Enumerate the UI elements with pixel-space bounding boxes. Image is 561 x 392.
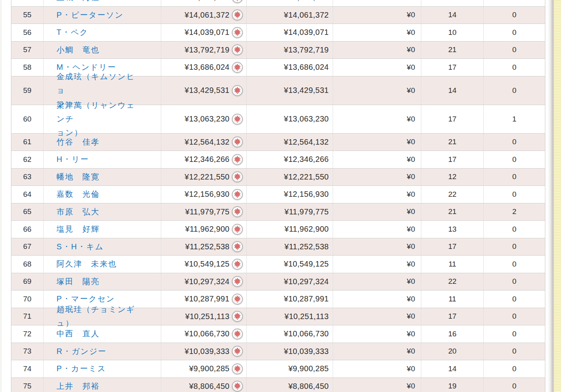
- wins-count: 0: [512, 63, 517, 72]
- prize-money-secondary-cell: ¥13,792,719: [247, 42, 333, 59]
- events-count-cell: 14: [421, 360, 484, 377]
- wins-count-cell: 0: [484, 7, 545, 24]
- player-name-cell: 竹谷 佳孝: [44, 134, 161, 151]
- prize-amount-secondary: ¥10,251,113: [284, 312, 329, 321]
- wins-count: 0: [512, 382, 517, 390]
- prize-money-secondary-cell: ¥12,156,930: [247, 186, 333, 203]
- adjustment-amount-cell: ¥0: [333, 59, 421, 76]
- player-name-link[interactable]: 塩見 好輝: [56, 222, 100, 236]
- events-count-cell: 11: [421, 256, 484, 273]
- player-name-link[interactable]: 嘉数 光倫: [56, 187, 100, 201]
- player-name-cell: 阿久津 未来也: [44, 256, 161, 273]
- events-count: 21: [448, 207, 456, 216]
- rank-value: 74: [23, 365, 31, 373]
- prize-money-cell: ¥14,061,372: [161, 7, 247, 24]
- player-name-link[interactable]: P・カーミス: [56, 362, 106, 376]
- prize-money-cell: ¥10,297,324: [161, 273, 247, 290]
- player-name-link[interactable]: 小鯛 竜也: [56, 43, 100, 57]
- vertical-scrollbar[interactable]: [548, 0, 554, 392]
- prize-money-cell: ¥14,166,321: [161, 0, 247, 6]
- rank-value: 57: [23, 45, 31, 54]
- events-count: 22: [448, 277, 456, 286]
- rank-value: 67: [23, 242, 31, 251]
- events-count: 17: [448, 242, 456, 251]
- wins-count: 0: [512, 190, 517, 199]
- player-name-link[interactable]: 竹谷 佳孝: [56, 135, 100, 149]
- player-name-link[interactable]: 市原 弘大: [56, 205, 100, 219]
- wins-count: 0: [512, 295, 517, 303]
- prize-amount: ¥13,686,024: [184, 63, 230, 72]
- player-name-link[interactable]: 上井 邦裕: [56, 379, 100, 392]
- prize-amount: ¥10,066,730: [184, 329, 230, 338]
- player-name-link[interactable]: P・ピーターソン: [56, 8, 124, 22]
- rank-cell: 72: [11, 325, 44, 343]
- prize-money-cell: ¥10,549,125: [161, 256, 247, 273]
- rank-value: 55: [23, 11, 31, 19]
- wins-count: 0: [512, 11, 517, 19]
- adjustment-amount-cell: ¥0: [333, 203, 421, 221]
- adjustment-amount: ¥0: [407, 0, 415, 2]
- adjustment-amount: ¥0: [407, 63, 415, 72]
- events-count-cell: 19: [421, 378, 484, 392]
- player-name-link[interactable]: 塚田 陽亮: [56, 275, 100, 289]
- prize-amount-secondary: ¥11,252,538: [284, 242, 329, 251]
- player-name-link[interactable]: 阿久津 未来也: [56, 257, 117, 271]
- prize-amount-secondary: ¥13,429,531: [284, 86, 329, 95]
- prize-money-secondary-cell: ¥10,251,113: [247, 308, 333, 325]
- wins-count-cell: 0: [484, 360, 545, 377]
- prize-money-ranking-table: 54 玉城 海伍 ¥14,166,321 ¥14,166,321 ¥0 19 0…: [11, 0, 545, 392]
- prize-money-secondary-cell: ¥13,686,024: [247, 59, 333, 76]
- wins-count-cell: 0: [484, 151, 545, 168]
- adjustment-amount-cell: ¥0: [333, 24, 421, 41]
- prize-amount: ¥10,549,125: [184, 260, 230, 269]
- rank-value: 69: [23, 277, 31, 286]
- prize-money-secondary-cell: ¥12,346,266: [247, 151, 333, 168]
- rank-value: 64: [23, 190, 31, 199]
- wins-count-cell: 2: [484, 203, 545, 221]
- table-row: 63 幡地 隆寛 ¥12,221,550 ¥12,221,550 ¥0 12 0: [11, 169, 545, 186]
- table-row: 56 T・ペク ¥14,039,071 ¥14,039,071 ¥0 10 0: [11, 24, 545, 42]
- events-count-cell: 12: [421, 169, 484, 186]
- maple-leaf-badge-icon: [231, 189, 243, 200]
- maple-leaf-badge-icon: [231, 9, 243, 21]
- events-count-cell: 21: [421, 203, 484, 221]
- events-count-cell: 21: [421, 42, 484, 59]
- table-row: 61 竹谷 佳孝 ¥12,564,132 ¥12,564,132 ¥0 21 0: [11, 134, 545, 151]
- table-row: 64 嘉数 光倫 ¥12,156,930 ¥12,156,930 ¥0 22 0: [11, 186, 545, 203]
- wins-count: 0: [512, 260, 517, 269]
- events-count-cell: 13: [421, 221, 484, 238]
- rank-value: 63: [23, 172, 31, 181]
- wins-count: 0: [512, 277, 517, 286]
- table-row: 74 P・カーミス ¥9,900,285 ¥9,900,285 ¥0 14 0: [11, 360, 545, 378]
- player-name-link[interactable]: T・ペク: [56, 25, 88, 39]
- prize-money-secondary-cell: ¥12,221,550: [247, 169, 333, 186]
- maple-leaf-badge-icon: [231, 241, 243, 252]
- rank-cell: 74: [11, 360, 44, 377]
- player-name-cell: 塩見 好輝: [44, 221, 161, 238]
- events-count-cell: 21: [421, 134, 484, 151]
- player-name-link[interactable]: 玉城 海伍: [56, 0, 100, 4]
- prize-money-secondary-cell: ¥8,806,450: [247, 378, 333, 392]
- page-viewport: 54 玉城 海伍 ¥14,166,321 ¥14,166,321 ¥0 19 0…: [0, 0, 561, 392]
- events-count-cell: 22: [421, 186, 484, 203]
- rank-cell: 61: [11, 134, 44, 151]
- adjustment-amount-cell: ¥0: [333, 343, 421, 360]
- wins-count-cell: 0: [484, 221, 545, 238]
- adjustment-amount: ¥0: [407, 11, 415, 19]
- prize-amount: ¥8,806,450: [189, 382, 230, 391]
- player-name-link[interactable]: H・リー: [56, 152, 89, 166]
- table-row: 55 P・ピーターソン ¥14,061,372 ¥14,061,372 ¥0 1…: [11, 7, 545, 24]
- adjustment-amount-cell: ¥0: [333, 290, 421, 308]
- adjustment-amount: ¥0: [407, 260, 415, 269]
- player-name-link[interactable]: 幡地 隆寛: [56, 170, 100, 184]
- prize-amount-secondary: ¥10,066,730: [284, 329, 329, 338]
- player-name-link[interactable]: 中西 直人: [56, 327, 100, 341]
- player-name-link[interactable]: R・ガンジー: [56, 345, 107, 358]
- rank-cell: 71: [11, 308, 44, 325]
- prize-amount: ¥12,346,266: [184, 155, 230, 164]
- player-name-link[interactable]: S・H・キム: [56, 240, 104, 254]
- events-count: 14: [448, 11, 456, 19]
- adjustment-amount-cell: ¥0: [333, 151, 421, 168]
- prize-money-secondary-cell: ¥13,429,531: [247, 76, 333, 105]
- rank-cell: 55: [11, 7, 44, 24]
